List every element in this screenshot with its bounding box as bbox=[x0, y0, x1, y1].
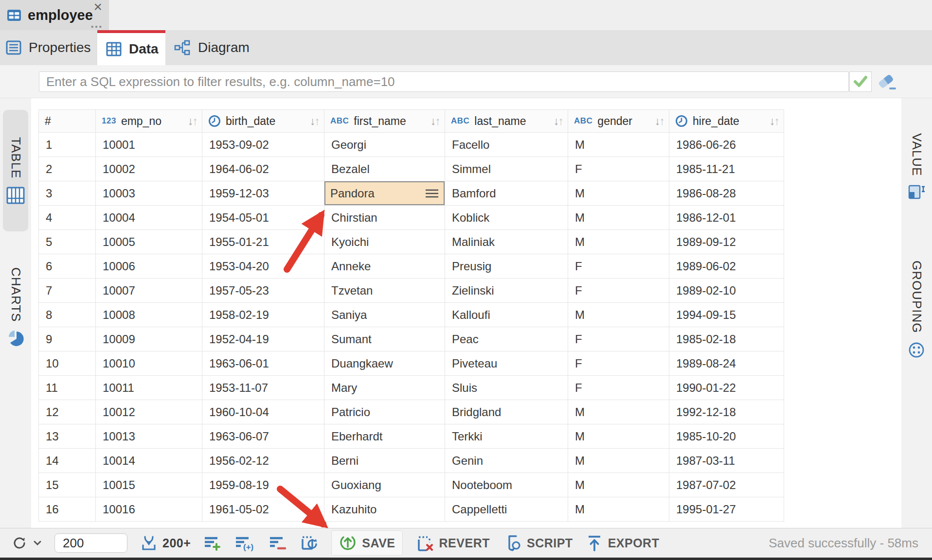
data-cell-gender[interactable]: F bbox=[568, 351, 669, 376]
data-cell-last_name[interactable]: Cappelletti bbox=[445, 497, 568, 522]
data-cell-last_name[interactable]: Nooteboom bbox=[445, 473, 568, 497]
cell-menu-icon[interactable] bbox=[424, 188, 440, 199]
data-cell-last_name[interactable]: Peac bbox=[445, 327, 568, 351]
data-cell-first_name[interactable]: Duangkaew bbox=[324, 351, 445, 376]
data-cell-gender[interactable]: M bbox=[568, 230, 669, 254]
data-cell-first_name[interactable]: Berni bbox=[324, 449, 445, 473]
data-cell-first_name[interactable]: Anneke bbox=[324, 254, 445, 279]
row-number-cell[interactable]: 15 bbox=[39, 473, 96, 497]
data-cell-hire_date[interactable]: 1986-08-28 bbox=[669, 181, 784, 206]
panel-tab-grouping[interactable]: GROUPING bbox=[904, 234, 929, 385]
row-number-cell[interactable]: 14 bbox=[39, 449, 96, 473]
data-cell-last_name[interactable]: Bamford bbox=[445, 181, 568, 206]
data-cell-emp_no[interactable]: 10001 bbox=[96, 133, 202, 157]
tab-properties[interactable]: Properties bbox=[0, 30, 97, 65]
data-cell-birth_date[interactable]: 1956-02-12 bbox=[202, 449, 324, 473]
editor-tab-employee[interactable]: employee × … bbox=[0, 0, 109, 30]
data-cell-gender[interactable]: M bbox=[568, 424, 669, 449]
data-cell-last_name[interactable]: Piveteau bbox=[445, 351, 568, 376]
revert-button[interactable]: REVERT bbox=[415, 534, 490, 552]
data-cell-hire_date[interactable]: 1989-08-24 bbox=[669, 351, 784, 376]
data-cell-birth_date[interactable]: 1960-10-04 bbox=[202, 400, 324, 424]
script-button[interactable]: SCRIPT bbox=[502, 534, 573, 552]
row-number-cell[interactable]: 11 bbox=[39, 376, 96, 400]
tab-data[interactable]: Data bbox=[97, 30, 165, 65]
data-cell-emp_no[interactable]: 10014 bbox=[96, 449, 202, 473]
data-cell-emp_no[interactable]: 10011 bbox=[96, 376, 202, 400]
data-cell-hire_date[interactable]: 1985-11-21 bbox=[669, 157, 784, 181]
data-cell-emp_no[interactable]: 10015 bbox=[96, 473, 202, 497]
row-number-cell[interactable]: 5 bbox=[39, 230, 96, 254]
data-cell-hire_date[interactable]: 1995-01-27 bbox=[669, 497, 784, 522]
column-header-hire_date[interactable]: hire_date↓↑ bbox=[669, 110, 784, 133]
data-cell-hire_date[interactable]: 1994-09-15 bbox=[669, 303, 784, 327]
data-cell-birth_date[interactable]: 1954-05-01 bbox=[202, 206, 324, 230]
data-cell-first_name[interactable]: Georgi bbox=[324, 133, 445, 157]
data-cell-birth_date[interactable]: 1961-05-02 bbox=[202, 497, 324, 522]
data-cell-birth_date[interactable]: 1955-01-21 bbox=[202, 230, 324, 254]
data-cell-first_name[interactable]: Saniya bbox=[324, 303, 445, 327]
delete-row-button[interactable] bbox=[269, 535, 287, 551]
data-cell-last_name[interactable]: Genin bbox=[445, 449, 568, 473]
data-cell-last_name[interactable]: Terkki bbox=[445, 424, 568, 449]
data-cell-gender[interactable]: M bbox=[568, 303, 669, 327]
fetch-size-input[interactable] bbox=[54, 533, 127, 553]
data-cell-birth_date[interactable]: 1959-08-19 bbox=[202, 473, 324, 497]
data-cell-birth_date[interactable]: 1963-06-01 bbox=[202, 351, 324, 376]
save-button[interactable]: SAVE bbox=[332, 531, 402, 555]
data-cell-gender[interactable]: M bbox=[568, 181, 669, 206]
data-cell-emp_no[interactable]: 10002 bbox=[96, 157, 202, 181]
data-cell-birth_date[interactable]: 1963-06-07 bbox=[202, 424, 324, 449]
data-cell-birth_date[interactable]: 1953-11-07 bbox=[202, 376, 324, 400]
data-cell-last_name[interactable]: Maliniak bbox=[445, 230, 568, 254]
data-cell-last_name[interactable]: Sluis bbox=[445, 376, 568, 400]
data-cell-first_name[interactable]: Mary bbox=[324, 376, 445, 400]
data-cell-gender[interactable]: M bbox=[568, 206, 669, 230]
sort-arrows-icon[interactable]: ↓↑ bbox=[188, 115, 198, 128]
data-cell-gender[interactable]: F bbox=[568, 376, 669, 400]
data-cell-last_name[interactable]: Bridgland bbox=[445, 400, 568, 424]
data-cell-first_name[interactable]: Chirstian bbox=[324, 206, 445, 230]
row-number-cell[interactable]: 7 bbox=[39, 279, 96, 303]
column-header-emp_no[interactable]: 123emp_no↓↑ bbox=[96, 110, 202, 133]
data-cell-first_name[interactable]: Bezalel bbox=[324, 157, 445, 181]
data-cell-gender[interactable]: F bbox=[568, 327, 669, 351]
sort-arrows-icon[interactable]: ↓↑ bbox=[310, 115, 320, 128]
row-number-cell[interactable]: 4 bbox=[39, 206, 96, 230]
data-cell-gender[interactable]: F bbox=[568, 254, 669, 279]
data-cell-hire_date[interactable]: 1989-02-10 bbox=[669, 279, 784, 303]
column-header-first_name[interactable]: ABCfirst_name↓↑ bbox=[324, 110, 445, 133]
data-cell-hire_date[interactable]: 1990-01-22 bbox=[669, 376, 784, 400]
data-cell-last_name[interactable]: Preusig bbox=[445, 254, 568, 279]
data-cell-first_name[interactable]: Eberhardt bbox=[324, 424, 445, 449]
export-button[interactable]: EXPORT bbox=[586, 534, 660, 552]
data-cell-last_name[interactable]: Kalloufi bbox=[445, 303, 568, 327]
data-cell-first_name[interactable]: Kyoichi bbox=[324, 230, 445, 254]
data-cell-birth_date[interactable]: 1953-04-20 bbox=[202, 254, 324, 279]
data-cell-emp_no[interactable]: 10013 bbox=[96, 424, 202, 449]
data-cell-gender[interactable]: M bbox=[568, 400, 669, 424]
data-cell-birth_date[interactable]: 1964-06-02 bbox=[202, 157, 324, 181]
data-cell-birth_date[interactable]: 1952-04-19 bbox=[202, 327, 324, 351]
data-cell-gender[interactable]: M bbox=[568, 497, 669, 522]
apply-filter-button[interactable] bbox=[849, 71, 872, 92]
duplicate-row-button[interactable]: (+) bbox=[234, 535, 256, 551]
tab-diagram[interactable]: Diagram bbox=[168, 30, 261, 65]
row-number-cell[interactable]: 3 bbox=[39, 181, 96, 206]
data-cell-last_name[interactable]: Simmel bbox=[445, 157, 568, 181]
data-cell-first_name[interactable]: Sumant bbox=[324, 327, 445, 351]
panel-tab-table[interactable]: TABLE bbox=[3, 110, 28, 231]
refresh-row-button[interactable] bbox=[300, 534, 319, 552]
data-cell-first_name[interactable]: Pandora bbox=[324, 181, 445, 206]
column-header-birth_date[interactable]: birth_date↓↑ bbox=[202, 110, 324, 133]
sort-arrows-icon[interactable]: ↓↑ bbox=[554, 115, 564, 128]
row-number-cell[interactable]: 2 bbox=[39, 157, 96, 181]
data-cell-hire_date[interactable]: 1986-12-01 bbox=[669, 206, 784, 230]
data-cell-first_name[interactable]: Guoxiang bbox=[324, 473, 445, 497]
data-cell-last_name[interactable]: Koblick bbox=[445, 206, 568, 230]
fetch-next-page-button[interactable]: 200+ bbox=[140, 535, 191, 551]
panel-tab-value[interactable]: VALUE bbox=[904, 111, 929, 223]
data-cell-emp_no[interactable]: 10006 bbox=[96, 254, 202, 279]
sort-arrows-icon[interactable]: ↓↑ bbox=[655, 115, 665, 128]
data-cell-hire_date[interactable]: 1989-09-12 bbox=[669, 230, 784, 254]
